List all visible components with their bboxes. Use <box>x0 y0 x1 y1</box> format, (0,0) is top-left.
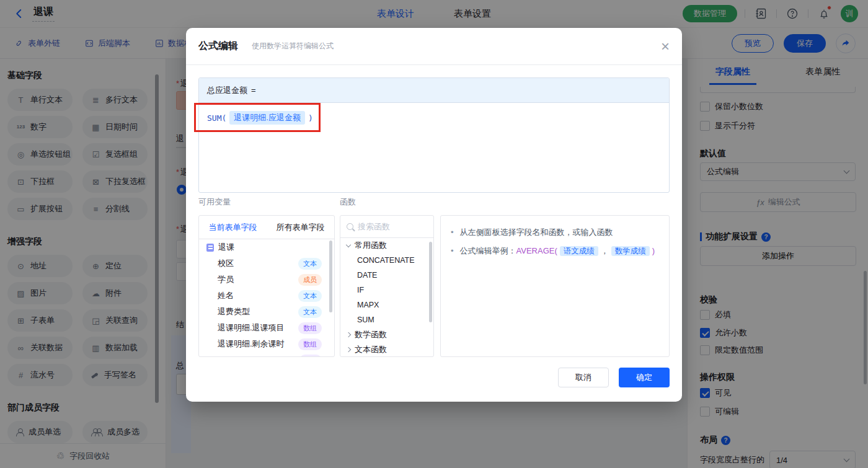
type-badge: 文本 <box>298 290 322 302</box>
function-item[interactable]: SUM <box>340 312 433 327</box>
type-badge: 文本 <box>298 306 322 318</box>
formula-editor-modal: 公式编辑 使用数学运算符编辑公式 × 总应退金额 = SUM( 退课明细.应退金… <box>186 28 682 402</box>
modal-header: 公式编辑 使用数学运算符编辑公式 × <box>186 28 682 65</box>
variables-label: 可用变量 <box>198 196 231 208</box>
function-group-common[interactable]: 常用函数 <box>340 238 433 253</box>
variable-row[interactable]: 退费类型 文本 <box>199 304 334 320</box>
app: { "icons": { "close": "×", "single_text"… <box>0 0 868 468</box>
formula-editor-box[interactable]: 总应退金额 = SUM( 退课明细.应退金额 ) <box>198 77 670 193</box>
functions-scrollbar[interactable] <box>429 242 432 322</box>
variable-row-clipped[interactable] <box>199 352 334 357</box>
chevron-right-icon <box>346 332 351 337</box>
close-icon[interactable]: × <box>661 39 670 54</box>
function-item[interactable]: DATE <box>340 268 433 283</box>
type-badge: 数组 <box>298 322 322 334</box>
type-badge: 数组 <box>298 338 322 350</box>
type-badge: 文本 <box>298 258 322 270</box>
equals-sign: = <box>251 86 256 95</box>
type-badge: 成员 <box>298 274 322 286</box>
function-search-input[interactable] <box>358 222 420 231</box>
variables-panel: 当前表单字段 所有表单字段 退课 校区 文本 学员 成员 姓名 文本 退费类型 … <box>198 215 335 357</box>
variable-row[interactable]: 退课明细.剩余课时 数组 <box>199 336 334 352</box>
variable-row[interactable]: 校区 文本 <box>199 255 334 272</box>
chevron-down-icon <box>346 242 351 247</box>
tab-all-form-fields[interactable]: 所有表单字段 <box>267 216 334 239</box>
function-item[interactable]: MAPX <box>340 298 433 312</box>
function-item[interactable]: CONCATENATE <box>340 253 433 268</box>
formula-help-panel: 从左侧面板选择字段名和函数，或输入函数 公式编辑举例：AVERAGE(语文成绩，… <box>440 215 670 357</box>
function-item[interactable]: IF <box>340 283 433 298</box>
annotation-highlight-box <box>194 103 321 132</box>
cancel-button[interactable]: 取消 <box>558 368 609 387</box>
variable-root-row[interactable]: 退课 <box>199 239 334 255</box>
functions-panel: 常用函数 CONCATENATE DATE IF MAPX SUM 数学函数 文… <box>340 215 434 357</box>
search-icon <box>347 223 353 230</box>
modal-subtitle: 使用数学运算符编辑公式 <box>252 41 334 51</box>
type-badge <box>299 355 322 357</box>
variables-scrollbar[interactable] <box>329 241 332 312</box>
help-example: 公式编辑举例：AVERAGE(语文成绩，数学成绩) <box>451 244 659 258</box>
example-function-name: AVERAGE( <box>516 246 557 255</box>
confirm-button[interactable]: 确定 <box>619 368 670 387</box>
chevron-right-icon <box>346 347 351 352</box>
formula-target-name: 总应退金额 <box>207 85 247 96</box>
form-file-icon <box>206 244 214 252</box>
variables-tabs: 当前表单字段 所有表单字段 <box>199 216 334 239</box>
formula-target-bar: 总应退金额 = <box>199 78 669 103</box>
variable-row[interactable]: 学员 成员 <box>199 272 334 288</box>
function-search[interactable] <box>340 216 433 238</box>
example-field-chip: 数学成绩 <box>611 246 650 256</box>
function-group-math[interactable]: 数学函数 <box>340 327 433 342</box>
functions-label: 函数 <box>340 196 356 208</box>
help-tip: 从左侧面板选择字段名和函数，或输入函数 <box>451 226 659 239</box>
tab-current-form-fields[interactable]: 当前表单字段 <box>199 216 267 239</box>
variable-row[interactable]: 退课明细.退课项目 数组 <box>199 320 334 336</box>
example-field-chip: 语文成绩 <box>560 246 598 256</box>
modal-title: 公式编辑 <box>198 40 238 53</box>
variable-row[interactable]: 姓名 文本 <box>199 288 334 304</box>
function-group-text[interactable]: 文本函数 <box>340 342 433 357</box>
